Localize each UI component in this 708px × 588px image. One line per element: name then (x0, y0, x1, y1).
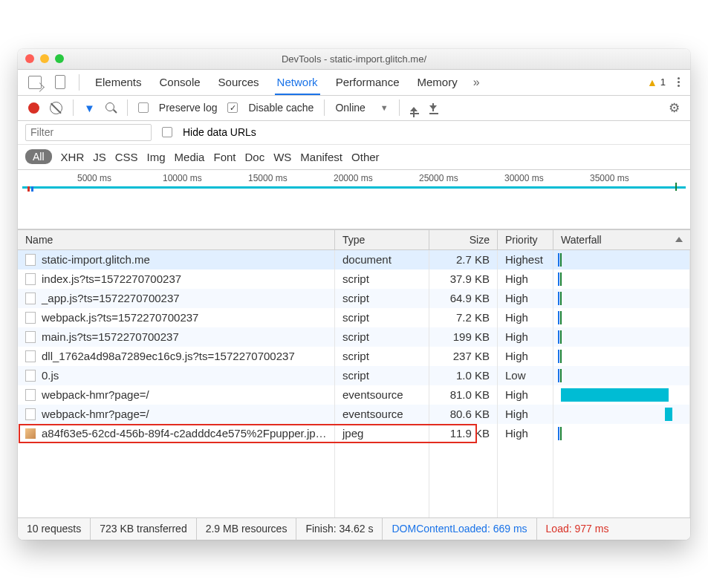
filter-icon[interactable]: ▼ (84, 102, 95, 114)
type-filter-js[interactable]: JS (93, 151, 106, 163)
col-priority[interactable]: Priority (498, 230, 553, 249)
cell-name: main.js?ts=1572270700237 (18, 327, 335, 347)
cell-priority: High (498, 424, 553, 443)
more-tabs-icon[interactable]: » (473, 76, 480, 89)
cell-size: 80.6 KB (429, 405, 498, 424)
network-toolbar: ▼ Preserve log Disable cache Online ▼ ⚙ (18, 96, 690, 121)
filter-input[interactable] (25, 124, 152, 141)
cell-priority: High (498, 405, 553, 424)
inspect-element-icon[interactable] (28, 76, 42, 89)
tab-performance[interactable]: Performance (334, 70, 402, 95)
request-row[interactable]: webpack.js?ts=1572270700237script7.2 KBH… (18, 308, 690, 327)
col-name[interactable]: Name (18, 230, 335, 249)
cell-priority: High (498, 270, 553, 289)
type-filter-xhr[interactable]: XHR (61, 151, 85, 163)
tab-memory[interactable]: Memory (415, 70, 460, 95)
request-row[interactable]: a84f63e5-62cd-456b-89f4-c2adddc4e575%2Fp… (18, 424, 690, 443)
type-filter-css[interactable]: CSS (115, 151, 138, 163)
cell-name: dll_1762a4d98a7289ec16c9.js?ts=157227070… (18, 347, 335, 366)
status-bar: 10 requests 723 KB transferred 2.9 MB re… (18, 517, 690, 540)
timeline-marker (27, 186, 30, 192)
tab-console[interactable]: Console (157, 70, 203, 95)
type-filter-doc[interactable]: Doc (244, 151, 264, 163)
throttle-select[interactable]: Online ▼ (335, 102, 388, 114)
cell-priority: High (498, 347, 553, 366)
cell-waterfall (553, 308, 690, 327)
preserve-log-checkbox[interactable] (138, 102, 149, 113)
cell-waterfall (553, 366, 690, 385)
request-row[interactable]: 0.jsscript1.0 KBLow (18, 366, 690, 385)
cell-size: 7.2 KB (429, 308, 498, 327)
waterfall-tick (560, 292, 562, 305)
col-size[interactable]: Size (429, 230, 498, 249)
separator (127, 99, 128, 116)
waterfall-tick (560, 427, 562, 440)
status-resources: 2.9 MB resources (197, 518, 297, 540)
request-row[interactable]: main.js?ts=1572270700237script199 KBHigh (18, 327, 690, 347)
cell-priority: High (498, 385, 553, 405)
cell-waterfall (553, 250, 690, 270)
import-har-icon[interactable] (410, 102, 419, 114)
request-row[interactable]: index.js?ts=1572270700237script37.9 KBHi… (18, 270, 690, 289)
request-row[interactable]: _app.js?ts=1572270700237script64.9 KBHig… (18, 289, 690, 308)
type-filter-row: All XHR JS CSS Img Media Font Doc WS Man… (18, 145, 690, 170)
request-row[interactable]: dll_1762a4d98a7289ec16c9.js?ts=157227070… (18, 347, 690, 366)
request-row[interactable]: webpack-hmr?page=/eventsource80.6 KBHigh (18, 405, 690, 424)
warning-count: 1 (660, 76, 666, 88)
type-filter-ws[interactable]: WS (273, 151, 291, 163)
waterfall-tick (560, 311, 562, 324)
timeline-bar (22, 186, 686, 189)
record-icon[interactable] (28, 102, 39, 114)
cell-waterfall (553, 424, 690, 443)
tab-elements[interactable]: Elements (93, 70, 144, 95)
cell-type: script (335, 366, 429, 385)
separator (324, 99, 325, 116)
cell-waterfall (553, 289, 690, 308)
timeline-overview[interactable]: 5000 ms 10000 ms 15000 ms 20000 ms 25000… (18, 170, 690, 229)
table-spacer (18, 443, 690, 517)
type-filter-font[interactable]: Font (213, 151, 236, 163)
cell-name: index.js?ts=1572270700237 (18, 270, 335, 289)
cell-name: webpack-hmr?page=/ (18, 385, 335, 405)
warnings-badge[interactable]: ▲ 1 (647, 76, 666, 88)
request-table: static-import.glitch.medocument2.7 KBHig… (18, 250, 690, 443)
col-type[interactable]: Type (335, 230, 429, 249)
cell-name: webpack.js?ts=1572270700237 (18, 308, 335, 327)
clear-icon[interactable] (50, 102, 62, 114)
status-requests: 10 requests (18, 518, 91, 540)
type-filter-img[interactable]: Img (147, 151, 166, 163)
file-icon (25, 254, 36, 266)
hide-data-urls-checkbox[interactable] (162, 127, 172, 137)
type-filter-media[interactable]: Media (175, 151, 205, 163)
waterfall-tick (560, 350, 562, 363)
file-icon (25, 389, 36, 401)
chevron-down-icon: ▼ (380, 103, 389, 112)
settings-gear-icon[interactable]: ⚙ (669, 100, 680, 116)
cell-type: jpeg (335, 424, 429, 443)
status-transferred: 723 KB transferred (91, 518, 197, 540)
cell-name: 0.js (18, 366, 335, 385)
cell-waterfall (553, 270, 690, 289)
request-row[interactable]: webpack-hmr?page=/eventsource81.0 KBHigh (18, 385, 690, 405)
search-icon[interactable] (105, 102, 117, 114)
type-filter-manifest[interactable]: Manifest (300, 151, 342, 163)
export-har-icon[interactable] (429, 102, 438, 114)
status-load: Load: 977 ms (537, 518, 618, 540)
waterfall-tick (558, 330, 559, 344)
waterfall-tick (558, 292, 559, 305)
cell-size: 37.9 KB (429, 270, 498, 289)
cell-size: 11.9 KB (429, 424, 498, 443)
cell-name: _app.js?ts=1572270700237 (18, 289, 335, 308)
request-row[interactable]: static-import.glitch.medocument2.7 KBHig… (18, 250, 690, 270)
cell-type: script (335, 327, 429, 347)
waterfall-tick (560, 272, 562, 286)
tab-network[interactable]: Network (275, 70, 320, 95)
disable-cache-checkbox[interactable] (227, 102, 238, 113)
tab-sources[interactable]: Sources (216, 70, 262, 95)
menu-kebab-icon[interactable] (678, 77, 680, 87)
device-toggle-icon[interactable] (55, 75, 65, 89)
cell-waterfall (553, 385, 690, 405)
type-filter-all[interactable]: All (25, 149, 52, 164)
col-waterfall[interactable]: Waterfall (553, 230, 690, 249)
type-filter-other[interactable]: Other (351, 151, 380, 163)
